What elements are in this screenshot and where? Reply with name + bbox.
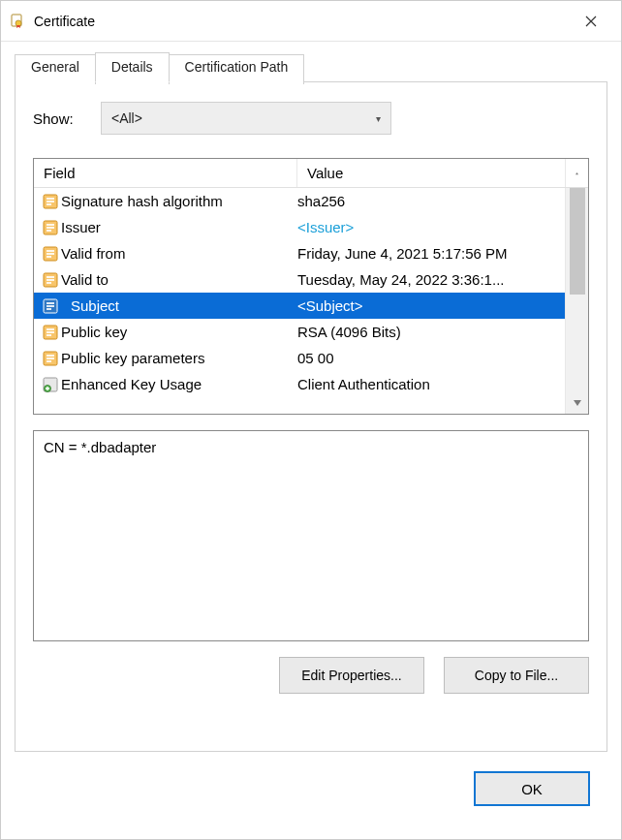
svg-rect-15 [47,276,54,278]
row-value: <Subject> [297,297,565,314]
svg-rect-17 [47,282,51,284]
footer: OK [15,752,607,825]
svg-rect-8 [47,227,54,229]
window-title: Certificate [34,14,569,29]
field-icon [40,245,61,263]
svg-rect-21 [47,308,51,310]
copy-to-file-button[interactable]: Copy to File... [444,657,589,694]
list-row[interactable]: Signature hash algorithmsha256 [34,188,565,214]
svg-rect-9 [47,230,51,232]
row-field: Valid to [61,271,297,288]
column-field[interactable]: Field [34,159,297,187]
show-row: Show: <All> ▾ [33,102,589,135]
tab-strip: General Details Certification Path [15,51,607,81]
tab-certification-path[interactable]: Certification Path [169,54,305,84]
list-row[interactable]: Issuer<Issuer> [34,214,565,240]
detail-text: CN = *.dbadapter [44,439,156,455]
row-value: 05 00 [297,350,565,366]
list-header: Field Value [34,159,588,188]
svg-rect-4 [47,201,54,202]
row-field: Valid from [61,245,297,262]
row-field: Signature hash algorithm [61,193,297,209]
scroll-track[interactable] [566,188,588,392]
list-body: Signature hash algorithmsha256Issuer<Iss… [34,188,588,414]
edit-properties-button[interactable]: Edit Properties... [279,657,424,694]
list-row[interactable]: Public key parameters05 00 [34,345,565,371]
row-value: Client Authentication [297,376,565,392]
list-row[interactable]: Valid fromFriday, June 4, 2021 5:17:56 P… [34,240,565,266]
content-area: General Details Certification Path Show:… [1,42,621,839]
field-icon [40,193,61,210]
field-icon [40,297,61,315]
show-value: <All> [111,110,142,126]
row-field: Public key parameters [61,350,297,366]
row-value: <Issuer> [297,219,565,235]
row-value: Tuesday, May 24, 2022 3:36:1... [297,271,565,288]
svg-rect-12 [47,253,54,255]
svg-rect-11 [47,250,54,252]
detail-textbox[interactable]: CN = *.dbadapter [33,430,589,641]
svg-rect-16 [47,279,54,281]
show-label: Show: [33,110,101,127]
svg-rect-7 [47,224,54,226]
certificate-icon [9,13,26,30]
rows-container: Signature hash algorithmsha256Issuer<Iss… [34,188,565,414]
tab-general[interactable]: General [15,54,96,84]
row-field: Subject [61,297,297,314]
chevron-down-icon: ▾ [376,113,381,124]
svg-rect-19 [47,302,54,304]
svg-rect-5 [47,203,51,205]
list-row[interactable]: Valid toTuesday, May 24, 2022 3:36:1... [34,266,565,293]
titlebar: Certificate [1,1,621,42]
close-button[interactable] [569,6,613,37]
scroll-down-button[interactable] [566,392,588,414]
svg-rect-28 [47,358,54,359]
svg-rect-13 [47,256,51,258]
row-value: RSA (4096 Bits) [297,324,565,340]
field-icon [40,219,61,236]
ok-button[interactable]: OK [474,771,590,806]
field-icon [40,271,61,289]
list-row[interactable]: Enhanced Key UsageClient Authentication [34,371,565,397]
svg-rect-20 [47,305,54,307]
scroll-thumb[interactable] [570,188,585,295]
fields-list: Field Value Signature hash algorithmsha2… [33,158,589,415]
svg-rect-23 [47,328,54,330]
scroll-up-button[interactable] [565,159,588,187]
field-icon [40,350,61,367]
show-combobox[interactable]: <All> ▾ [101,102,391,135]
list-row[interactable]: Subject<Subject> [34,293,565,319]
row-value: sha256 [297,193,565,209]
scrollbar[interactable] [565,188,588,414]
svg-rect-25 [47,334,51,336]
extension-icon [40,376,61,393]
field-icon [40,324,61,341]
svg-rect-3 [47,198,54,200]
certificate-window: Certificate General Details Certificatio… [0,0,622,840]
row-field: Public key [61,324,297,340]
svg-rect-24 [47,331,54,333]
row-field: Issuer [61,219,297,235]
column-value[interactable]: Value [297,159,565,187]
list-row[interactable]: Public keyRSA (4096 Bits) [34,319,565,345]
details-panel: Show: <All> ▾ Field Value Signature hash… [15,81,607,752]
svg-rect-29 [47,360,51,362]
row-value: Friday, June 4, 2021 5:17:56 PM [297,245,565,262]
button-row: Edit Properties... Copy to File... [33,657,589,694]
row-field: Enhanced Key Usage [61,376,297,392]
tab-details[interactable]: Details [95,52,170,82]
svg-rect-27 [47,355,54,357]
